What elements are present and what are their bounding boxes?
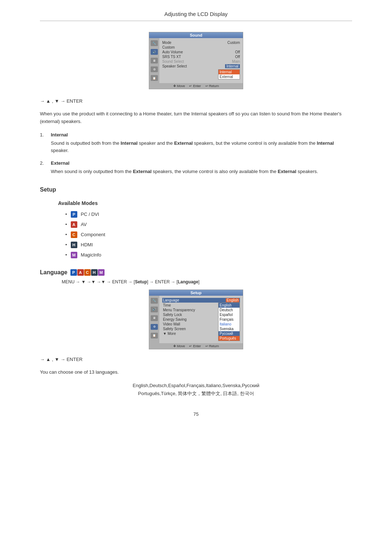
setup-icon-2: 🔊 bbox=[151, 307, 158, 312]
osd-dropdown: Internal External bbox=[162, 69, 240, 79]
setup-lang-dropdown: Time Menu Transparency Safety Lock Energ… bbox=[162, 303, 240, 341]
language-badges: P A C H M bbox=[70, 269, 105, 276]
osd-footer: ❖ Move ↵ Enter ↩ Return bbox=[149, 83, 243, 89]
item-internal: 1. Internal Sound is outputted both from… bbox=[40, 132, 352, 155]
osd-row-srs: SRS TS XT Off bbox=[162, 54, 240, 59]
sound-osd-titlebar: Sound bbox=[149, 32, 243, 38]
osd-icon-2: 🔊 bbox=[151, 49, 158, 55]
setup-osd-container: Setup 🔧 🔊 🖥 ⚙ 📋 Language English bbox=[40, 290, 352, 349]
language-heading: Language P A C H M bbox=[40, 269, 352, 276]
item-internal-desc: Sound is outputted both from the Interna… bbox=[51, 140, 352, 155]
osd-row-autovolume: Auto Volume Off bbox=[162, 50, 240, 54]
setup-icon-1: 🔧 bbox=[151, 298, 158, 304]
setup-osd-sidebar: 🔧 🔊 🖥 ⚙ 📋 bbox=[149, 296, 159, 343]
modes-list: • P PC / DVI • A AV • C Component • H HD… bbox=[65, 211, 352, 258]
mode-pc: • P PC / DVI bbox=[65, 211, 352, 218]
nav-instruction-1: → ▲ , ▼ → ENTER bbox=[40, 98, 352, 104]
badge-m: M bbox=[71, 252, 77, 258]
setup-icon-5: 📋 bbox=[151, 333, 158, 338]
page-number: 75 bbox=[40, 411, 352, 417]
mode-av: • A AV bbox=[65, 221, 352, 228]
badge-p: P bbox=[71, 211, 77, 218]
lang-badge-m: M bbox=[98, 269, 105, 276]
setup-osd-titlebar: Setup bbox=[149, 290, 243, 296]
mode-hdmi: • H HDMI bbox=[65, 242, 352, 248]
setup-icon-4: ⚙ bbox=[151, 324, 158, 330]
osd-row-speakerselect: Speaker Select Internal bbox=[162, 64, 240, 69]
osd-icon-1: 🔧 bbox=[151, 40, 158, 46]
available-modes-heading: Available Modes bbox=[58, 200, 352, 206]
osd-icon-4: ⚙ bbox=[151, 66, 158, 72]
languages-list-1: English,Deutsch,Español,Français,Italian… bbox=[40, 383, 352, 388]
osd-row-mode: Mode Custom bbox=[162, 40, 240, 45]
mode-magicinfo: • M MagicInfo bbox=[65, 252, 352, 258]
badge-a: A bbox=[71, 221, 77, 228]
setup-heading: Setup bbox=[40, 186, 352, 193]
osd-icon-5: 📋 bbox=[151, 75, 158, 81]
lang-badge-c: C bbox=[84, 269, 91, 276]
osd-row-soundselect: Sound Select Main bbox=[162, 59, 240, 64]
mode-component: • C Component bbox=[65, 231, 352, 238]
osd-row-custom: Custom bbox=[162, 45, 240, 50]
badge-h: H bbox=[71, 242, 77, 248]
setup-osd-content: Language English Time Menu Transparency … bbox=[159, 296, 243, 343]
sound-osd-container: Sound 🔧 🔊 🖥 ⚙ 📋 Mode Custom Custom bbox=[40, 32, 352, 89]
setup-row-language: Language English bbox=[162, 298, 240, 303]
item-external: 2. External When sound is only outputted… bbox=[40, 160, 352, 176]
setup-osd-box: Setup 🔧 🔊 🖥 ⚙ 📋 Language English bbox=[149, 290, 243, 349]
item-external-desc: When sound is only outputted from the Ex… bbox=[51, 168, 352, 176]
setup-icon-3: 🖥 bbox=[151, 315, 158, 321]
osd-content: Mode Custom Custom Auto Volume Off SRS T… bbox=[159, 38, 243, 83]
speaker-description: When you use the product with it connect… bbox=[40, 110, 352, 126]
osd-sidebar: 🔧 🔊 🖥 ⚙ 📋 bbox=[149, 38, 159, 83]
lang-badge-p: P bbox=[70, 269, 77, 276]
osd-icon-3: 🖥 bbox=[151, 58, 158, 63]
languages-list-2: Português,Türkçe, 简体中文，繁體中文, 日本語, 한국어 bbox=[40, 390, 352, 397]
lang-badge-a: A bbox=[77, 269, 84, 276]
page-title: Adjusting the LCD Display bbox=[40, 11, 352, 21]
nav-instruction-2: → ▲ , ▼ → ENTER bbox=[40, 357, 352, 362]
sound-osd-box: Sound 🔧 🔊 🖥 ⚙ 📋 Mode Custom Custom bbox=[149, 32, 243, 89]
lang-badge-h: H bbox=[91, 269, 98, 276]
setup-osd-footer: ❖ Move ↵ Enter ↩ Return bbox=[149, 343, 243, 349]
languages-count: You can choose one of 13 languages. bbox=[40, 369, 352, 376]
badge-c: C bbox=[71, 231, 77, 238]
menu-nav-instruction: MENU → ▼ →▼ →▼ → ENTER → [Setup] → ENTER… bbox=[62, 279, 352, 284]
